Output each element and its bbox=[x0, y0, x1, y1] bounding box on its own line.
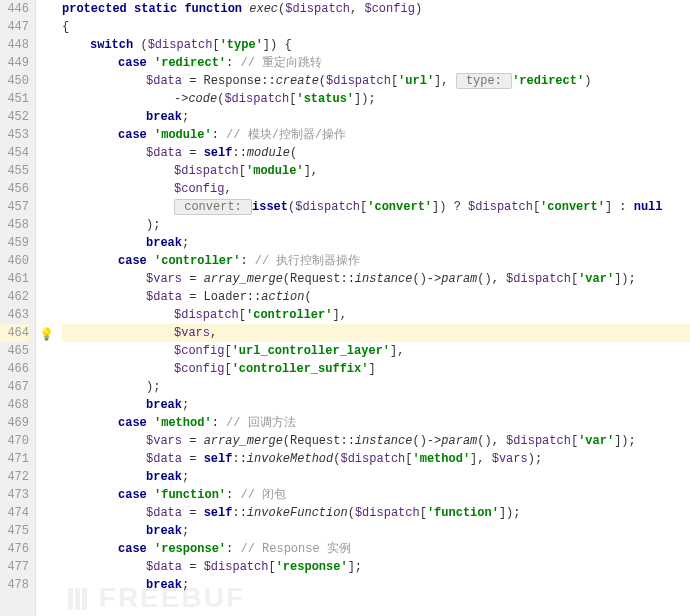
line-number: 452 bbox=[0, 108, 29, 126]
code-line[interactable]: break; bbox=[62, 576, 690, 594]
code-line[interactable]: $data = $dispatch['response']; bbox=[62, 558, 690, 576]
code-line[interactable]: case 'module': // 模块/控制器/操作 bbox=[62, 126, 690, 144]
line-number: 450 bbox=[0, 72, 29, 90]
code-line[interactable]: $dispatch['controller'], bbox=[62, 306, 690, 324]
intention-bulb-icon[interactable]: 💡 bbox=[39, 326, 53, 340]
line-number: 462 bbox=[0, 288, 29, 306]
code-line[interactable]: $data = self::module( bbox=[62, 144, 690, 162]
line-number: 468 bbox=[0, 396, 29, 414]
line-number: 477 bbox=[0, 558, 29, 576]
code-line[interactable]: ); bbox=[62, 378, 690, 396]
line-number: 467 bbox=[0, 378, 29, 396]
line-number: 470 bbox=[0, 432, 29, 450]
line-number: 447 bbox=[0, 18, 29, 36]
code-line[interactable]: break; bbox=[62, 396, 690, 414]
code-line[interactable]: convert: isset($dispatch['convert']) ? $… bbox=[62, 198, 690, 216]
line-number: 475 bbox=[0, 522, 29, 540]
line-number: 457 bbox=[0, 198, 29, 216]
code-line[interactable]: $vars, bbox=[62, 324, 690, 342]
line-number: 446 bbox=[0, 0, 29, 18]
line-number: 451 bbox=[0, 90, 29, 108]
code-line[interactable]: $config, bbox=[62, 180, 690, 198]
code-line[interactable]: $data = self::invokeMethod($dispatch['me… bbox=[62, 450, 690, 468]
line-number: 459 bbox=[0, 234, 29, 252]
line-number: 469 bbox=[0, 414, 29, 432]
line-number: 448 bbox=[0, 36, 29, 54]
line-number: 461 bbox=[0, 270, 29, 288]
line-number: 465 bbox=[0, 342, 29, 360]
code-line[interactable]: break; bbox=[62, 468, 690, 486]
line-number: 464 bbox=[0, 324, 29, 342]
code-line[interactable]: ->code($dispatch['status']); bbox=[62, 90, 690, 108]
code-line[interactable]: $config['url_controller_layer'], bbox=[62, 342, 690, 360]
code-line[interactable]: $data = Loader::action( bbox=[62, 288, 690, 306]
line-number: 449 bbox=[0, 54, 29, 72]
line-number: 473 bbox=[0, 486, 29, 504]
code-line[interactable]: $config['controller_suffix'] bbox=[62, 360, 690, 378]
code-line[interactable]: case 'method': // 回调方法 bbox=[62, 414, 690, 432]
line-number: 476 bbox=[0, 540, 29, 558]
code-line[interactable]: case 'redirect': // 重定向跳转 bbox=[62, 54, 690, 72]
code-line[interactable]: protected static function exec($dispatch… bbox=[62, 0, 690, 18]
code-line[interactable]: ); bbox=[62, 216, 690, 234]
code-area[interactable]: FREEBUF protected static function exec($… bbox=[58, 0, 690, 616]
marker-gutter: 💡 bbox=[36, 0, 58, 616]
line-number: 472 bbox=[0, 468, 29, 486]
code-line[interactable]: break; bbox=[62, 108, 690, 126]
code-line[interactable]: $data = Response::create($dispatch['url'… bbox=[62, 72, 690, 90]
code-line[interactable]: case 'function': // 闭包 bbox=[62, 486, 690, 504]
line-number: 455 bbox=[0, 162, 29, 180]
line-number-gutter: 4464474484494504514524534544554564574584… bbox=[0, 0, 36, 616]
line-number: 456 bbox=[0, 180, 29, 198]
code-line[interactable]: case 'controller': // 执行控制器操作 bbox=[62, 252, 690, 270]
code-line[interactable]: case 'response': // Response 实例 bbox=[62, 540, 690, 558]
code-line[interactable]: $dispatch['module'], bbox=[62, 162, 690, 180]
code-line[interactable]: { bbox=[62, 18, 690, 36]
line-number: 460 bbox=[0, 252, 29, 270]
line-number: 454 bbox=[0, 144, 29, 162]
line-number: 474 bbox=[0, 504, 29, 522]
line-number: 478 bbox=[0, 576, 29, 594]
code-line[interactable]: $vars = array_merge(Request::instance()-… bbox=[62, 432, 690, 450]
line-number: 453 bbox=[0, 126, 29, 144]
code-editor[interactable]: 4464474484494504514524534544554564574584… bbox=[0, 0, 690, 616]
code-line[interactable]: $vars = array_merge(Request::instance()-… bbox=[62, 270, 690, 288]
line-number: 471 bbox=[0, 450, 29, 468]
code-line[interactable]: $data = self::invokeFunction($dispatch['… bbox=[62, 504, 690, 522]
line-number: 458 bbox=[0, 216, 29, 234]
code-line[interactable]: switch ($dispatch['type']) { bbox=[62, 36, 690, 54]
code-line[interactable]: break; bbox=[62, 234, 690, 252]
code-line[interactable]: break; bbox=[62, 522, 690, 540]
line-number: 463 bbox=[0, 306, 29, 324]
line-number: 466 bbox=[0, 360, 29, 378]
